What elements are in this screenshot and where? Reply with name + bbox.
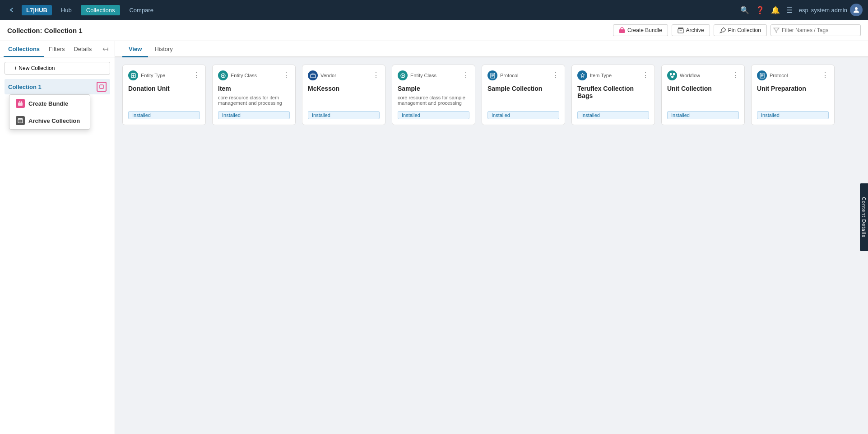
sidebar-tab-filters[interactable]: Filters bbox=[44, 41, 69, 57]
card-header: Vendor ⋮ bbox=[308, 70, 380, 80]
filter-input[interactable] bbox=[771, 24, 861, 36]
card-menu-button[interactable]: ⋮ bbox=[732, 72, 739, 79]
card-type-row: Entity Type bbox=[128, 70, 165, 80]
card-header: Item Type ⋮ bbox=[577, 70, 649, 80]
card-mckesson: Vendor ⋮ McKesson Installed bbox=[302, 65, 385, 125]
top-nav: L7|HUB Hub Collections Compare 🔍 ❓ 🔔 ☰ e… bbox=[0, 0, 868, 20]
card-menu-button[interactable]: ⋮ bbox=[462, 72, 469, 79]
card-header: Entity Type ⋮ bbox=[128, 70, 200, 80]
entity-class-icon bbox=[218, 70, 228, 80]
card-desc bbox=[667, 95, 739, 106]
card-type-label: Protocol bbox=[500, 73, 518, 78]
card-header: Entity Class ⋮ bbox=[218, 70, 290, 80]
sidebar: Collections Filters Details ↤ + + New Co… bbox=[0, 41, 115, 434]
card-type-label: Item Type bbox=[590, 73, 612, 78]
archive-icon bbox=[678, 27, 684, 33]
card-menu-button[interactable]: ⋮ bbox=[283, 72, 290, 79]
user-avatar bbox=[850, 4, 863, 16]
collection-item[interactable]: Collection 1 Cr bbox=[5, 79, 110, 94]
card-badge: Installed bbox=[757, 111, 829, 119]
card-badge: Installed bbox=[667, 111, 739, 119]
archive-button[interactable]: Archive bbox=[672, 24, 710, 36]
card-desc bbox=[577, 102, 649, 106]
svg-rect-3 bbox=[678, 28, 683, 29]
card-menu-button[interactable]: ⋮ bbox=[193, 72, 200, 79]
card-type-row: Entity Class bbox=[398, 70, 436, 80]
card-type-row: Protocol bbox=[757, 70, 788, 80]
card-header: Protocol ⋮ bbox=[487, 70, 559, 80]
user-name: system admin bbox=[811, 7, 847, 14]
brand-logo[interactable]: L7|HUB bbox=[22, 5, 52, 15]
sub-header: Collection: Collection 1 Create Bundle A… bbox=[0, 20, 868, 41]
card-type-row: Workflow bbox=[667, 70, 700, 80]
card-donation-unit: Entity Type ⋮ Donation Unit Installed bbox=[122, 65, 206, 125]
card-item: Entity Class ⋮ Item core resource class … bbox=[212, 65, 296, 125]
list-icon[interactable]: ☰ bbox=[786, 6, 793, 14]
sidebar-tab-collections[interactable]: Collections bbox=[4, 41, 44, 57]
card-menu-button[interactable]: ⋮ bbox=[552, 72, 559, 79]
card-menu-button[interactable]: ⋮ bbox=[822, 72, 829, 79]
card-badge: Installed bbox=[128, 111, 200, 119]
card-type-row: Protocol bbox=[487, 70, 518, 80]
svg-rect-10 bbox=[311, 75, 316, 78]
pin-collection-button[interactable]: Pin Collection bbox=[714, 24, 767, 36]
back-button[interactable] bbox=[5, 5, 18, 15]
sidebar-collapse-button[interactable]: ↤ bbox=[100, 41, 111, 57]
protocol-icon bbox=[487, 70, 497, 80]
card-badge: Installed bbox=[577, 111, 649, 119]
card-header: Workflow ⋮ bbox=[667, 70, 739, 80]
nav-compare[interactable]: Compare bbox=[124, 5, 158, 15]
user-menu[interactable]: esp system admin bbox=[799, 4, 863, 16]
card-title: Unit Collection bbox=[667, 85, 739, 92]
user-lang: esp bbox=[799, 7, 808, 14]
vendor-icon bbox=[308, 70, 318, 80]
content-details-panel[interactable]: Content Details bbox=[860, 183, 868, 251]
card-desc: core resource class for sample managemen… bbox=[398, 95, 469, 106]
nav-collections[interactable]: Collections bbox=[81, 5, 121, 15]
card-title: Sample bbox=[398, 85, 469, 92]
new-collection-button[interactable]: + + New Collection bbox=[5, 62, 110, 75]
card-header: Protocol ⋮ bbox=[757, 70, 829, 80]
search-icon[interactable]: 🔍 bbox=[740, 6, 749, 14]
entity-class-icon-2 bbox=[398, 70, 408, 80]
svg-rect-14 bbox=[673, 73, 675, 75]
tab-history[interactable]: History bbox=[148, 41, 179, 57]
tab-view[interactable]: View bbox=[122, 41, 148, 57]
card-unit-preparation: Protocol ⋮ Unit Preparation Installed bbox=[751, 65, 835, 125]
svg-rect-13 bbox=[670, 73, 672, 75]
card-title: Unit Preparation bbox=[757, 85, 829, 92]
sidebar-body: + + New Collection Collection 1 bbox=[0, 57, 115, 434]
bundle-icon bbox=[619, 27, 625, 33]
card-desc bbox=[128, 95, 200, 106]
sidebar-tab-details[interactable]: Details bbox=[69, 41, 96, 57]
card-type-label: Entity Class bbox=[410, 73, 436, 78]
svg-rect-5 bbox=[18, 103, 23, 106]
card-title: Item bbox=[218, 85, 290, 92]
card-menu-button[interactable]: ⋮ bbox=[642, 72, 649, 79]
card-desc: core resource class for item management … bbox=[218, 95, 290, 106]
pin-icon bbox=[719, 27, 726, 33]
context-archive-collection[interactable]: Archive Collection bbox=[9, 112, 90, 129]
help-icon[interactable]: ❓ bbox=[756, 6, 765, 14]
card-badge: Installed bbox=[487, 111, 559, 119]
archive-context-icon bbox=[16, 116, 25, 125]
card-menu-button[interactable]: ⋮ bbox=[372, 72, 380, 79]
card-type-row: Vendor bbox=[308, 70, 336, 80]
collection-item-icon bbox=[97, 82, 107, 92]
create-bundle-button[interactable]: Create Bundle bbox=[613, 24, 668, 36]
card-desc bbox=[757, 95, 829, 106]
cards-area: Entity Type ⋮ Donation Unit Installed bbox=[115, 57, 868, 434]
bell-icon[interactable]: 🔔 bbox=[771, 6, 780, 14]
collection-item-name: Collection 1 bbox=[8, 84, 42, 90]
card-type-row: Item Type bbox=[577, 70, 612, 80]
page-title: Collection: Collection 1 bbox=[7, 27, 83, 34]
card-badge: Installed bbox=[398, 111, 469, 119]
cards-grid: Entity Type ⋮ Donation Unit Installed bbox=[122, 65, 861, 125]
context-create-bundle[interactable]: Create Bundle bbox=[9, 95, 90, 112]
nav-hub[interactable]: Hub bbox=[56, 5, 77, 15]
card-title: McKesson bbox=[308, 85, 380, 92]
card-title: Donation Unit bbox=[128, 85, 200, 92]
card-type-label: Protocol bbox=[770, 73, 788, 78]
card-desc bbox=[487, 95, 559, 106]
filter-icon bbox=[773, 27, 780, 33]
